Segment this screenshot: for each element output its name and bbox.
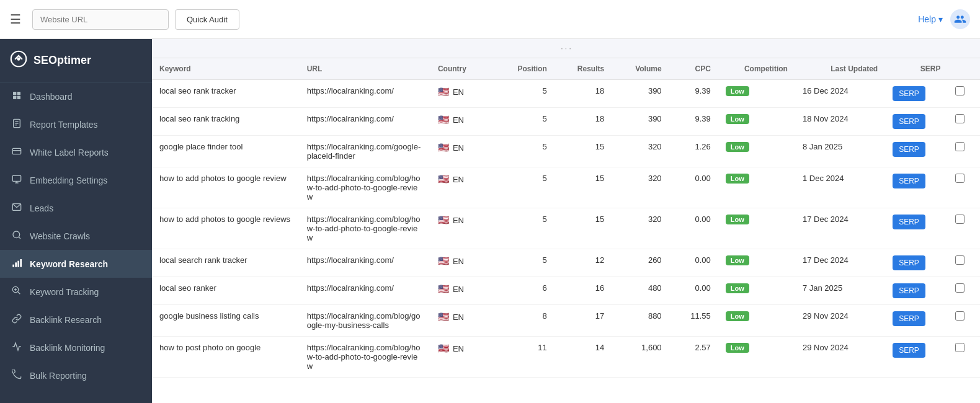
checkbox-cell [948,136,980,167]
row-checkbox[interactable] [955,255,964,265]
sidebar-item-label-dashboard: Dashboard [30,92,73,102]
cpc-cell: 1.26 [669,136,718,167]
col-header-5[interactable]: Volume [612,58,669,80]
volume-cell: 320 [612,208,669,249]
serp-button[interactable]: SERP [893,86,925,101]
sidebar-item-white-label-reports[interactable]: White Label Reports [0,138,152,166]
sidebar-item-leads[interactable]: Leads [0,194,152,222]
serp-button[interactable]: SERP [893,311,925,326]
row-checkbox[interactable] [955,142,964,151]
serp-cell: SERP [885,249,948,277]
competition-cell: Low [718,167,795,208]
sidebar-item-report-templates[interactable]: Report Templates [0,110,152,138]
col-header-8[interactable]: Last Updated [795,58,885,80]
serp-button[interactable]: SERP [893,114,925,129]
date-cell: 17 Dec 2024 [795,249,885,277]
competition-badge: Low [726,174,749,184]
flag-icon: 🇺🇸 [438,114,450,125]
main-scroll-area[interactable]: KeywordURLCountryPositionResultsVolumeCP… [152,58,980,403]
keyword-tracking-icon [11,286,22,298]
sidebar-item-embedding-settings[interactable]: Embedding Settings [0,166,152,194]
hamburger-icon[interactable]: ☰ [10,12,21,27]
sidebar-item-website-crawls[interactable]: Website Crawls [0,222,152,250]
volume-cell: 320 [612,167,669,208]
lang-label: EN [453,115,464,125]
row-checkbox[interactable] [955,215,964,224]
col-header-4[interactable]: Results [555,58,612,80]
help-button[interactable]: Help ▾ [918,14,943,24]
sidebar-item-backlink-monitoring[interactable]: Backlink Monitoring [0,334,152,361]
lang-label: EN [453,285,464,294]
col-header-3[interactable]: Position [496,58,555,80]
logo-text: SEOptimer [33,54,91,67]
checkbox-cell [948,167,980,208]
competition-badge: Low [726,255,749,265]
lang-label: EN [453,143,464,153]
row-checkbox[interactable] [955,86,964,95]
competition-cell: Low [718,136,795,167]
flag-icon: 🇺🇸 [438,86,450,97]
competition-cell: Low [718,337,795,378]
sidebar-logo: SEOptimer [0,39,152,82]
country-cell: 🇺🇸EN [430,167,496,208]
sidebar-item-label-backlink-research: Backlink Research [30,315,102,325]
sidebar-item-label-keyword-research: Keyword Research [30,259,108,269]
url-cell: https://localranking.com/blog/how-to-add… [300,208,430,249]
url-input[interactable] [32,9,169,30]
keyword-table: KeywordURLCountryPositionResultsVolumeCP… [152,58,980,378]
keyword-cell: local seo ranker [152,277,300,305]
keyword-cell: local seo rank tracker [152,80,300,108]
competition-cell: Low [718,208,795,249]
serp-button[interactable]: SERP [893,174,925,188]
row-checkbox[interactable] [955,114,964,123]
country-cell: 🇺🇸EN [430,136,496,167]
volume-cell: 1,600 [612,337,669,378]
quick-audit-button[interactable]: Quick Audit [175,9,239,30]
table-row: local seo rank trackerhttps://localranki… [152,80,980,108]
serp-button[interactable]: SERP [893,343,925,358]
user-avatar-button[interactable] [950,9,970,29]
serp-button[interactable]: SERP [893,283,925,298]
report-templates-icon [11,118,22,130]
col-header-7[interactable]: Competition [718,58,795,80]
country-cell: 🇺🇸EN [430,305,496,337]
sidebar-item-label-leads: Leads [30,203,53,213]
position-cell: 5 [496,108,555,136]
cpc-cell: 2.57 [669,337,718,378]
date-cell: 16 Dec 2024 [795,80,885,108]
row-checkbox[interactable] [955,343,964,352]
sidebar-item-keyword-research[interactable]: Keyword Research [0,250,152,278]
backlink-monitoring-icon [11,342,22,353]
date-cell: 7 Jan 2025 [795,277,885,305]
col-header-2[interactable]: Country [430,58,496,80]
serp-button[interactable]: SERP [893,215,925,229]
cpc-cell: 0.00 [669,167,718,208]
table-row: local seo rankerhttps://localranking.com… [152,277,980,305]
sidebar-item-backlink-research[interactable]: Backlink Research [0,306,152,334]
svg-line-16 [19,237,20,239]
topbar: ☰ Quick Audit Help ▾ [0,0,980,39]
flag-icon: 🇺🇸 [438,283,450,294]
col-header-0[interactable]: Keyword [152,58,300,80]
row-checkbox[interactable] [955,311,964,321]
sidebar-item-keyword-tracking[interactable]: Keyword Tracking [0,278,152,306]
serp-cell: SERP [885,167,948,208]
col-header-9[interactable]: SERP [885,58,948,80]
serp-button[interactable]: SERP [893,142,925,157]
position-cell: 5 [496,136,555,167]
url-cell: https://localranking.com/blog/how-to-add… [300,167,430,208]
sidebar-item-dashboard[interactable]: Dashboard [0,82,152,110]
serp-button[interactable]: SERP [893,255,925,270]
competition-cell: Low [718,277,795,305]
col-header-1[interactable]: URL [300,58,430,80]
country-cell: 🇺🇸EN [430,337,496,378]
sidebar-item-bulk-reporting[interactable]: Bulk Reporting [0,361,152,389]
url-cell: https://localranking.com/blog/how-to-add… [300,337,430,378]
col-header-6[interactable]: CPC [669,58,718,80]
row-checkbox[interactable] [955,174,964,183]
results-cell: 18 [555,80,612,108]
position-cell: 11 [496,337,555,378]
row-checkbox[interactable] [955,283,964,293]
country-cell: 🇺🇸EN [430,277,496,305]
serp-cell: SERP [885,277,948,305]
